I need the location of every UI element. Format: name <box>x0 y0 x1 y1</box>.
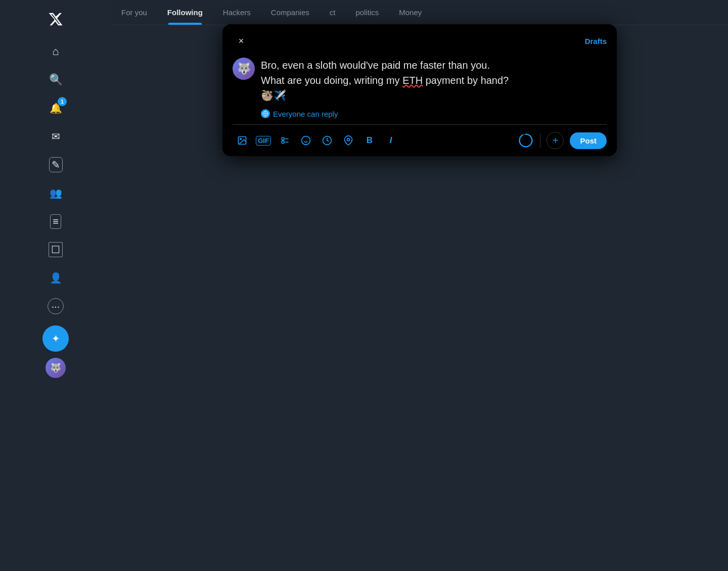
tweet-emojis: 🦥✈️ <box>261 90 286 101</box>
drafts-button[interactable]: Drafts <box>585 37 607 45</box>
close-icon: × <box>239 36 244 46</box>
close-button[interactable]: × <box>233 32 250 50</box>
gif-button[interactable]: GIF <box>254 131 273 150</box>
svg-point-3 <box>282 137 284 140</box>
modal-header: × Drafts <box>222 24 617 54</box>
svg-point-5 <box>282 141 284 144</box>
avatar-image: 🐺 <box>46 358 66 378</box>
tweet-line2-suffix: payment by hand? <box>423 75 509 86</box>
sidebar-item-bookmarks[interactable]: ☐ <box>42 236 69 263</box>
x-logo[interactable] <box>42 6 69 32</box>
toolbar-separator <box>540 133 540 148</box>
compose-button[interactable]: ✦ <box>42 325 69 352</box>
modal-overlay: × Drafts 🐺 Bro, even a sloth would've pa… <box>111 0 728 571</box>
compose-icon: ✦ <box>52 332 60 345</box>
add-thread-button[interactable]: + <box>547 132 564 149</box>
svg-point-2 <box>240 138 242 140</box>
emoji-button[interactable] <box>296 131 315 150</box>
compose-toolbar: GIF <box>222 125 617 156</box>
tweet-text[interactable]: Bro, even a sloth would've paid me faste… <box>261 58 607 103</box>
pencil-icon: ✎ <box>49 157 63 172</box>
svg-point-7 <box>302 136 310 145</box>
people-icon: 👥 <box>50 187 62 199</box>
compose-modal: × Drafts 🐺 Bro, even a sloth would've pa… <box>222 24 617 156</box>
home-icon: ⌂ <box>52 45 59 58</box>
compose-avatar: 🐺 <box>233 58 255 80</box>
character-count-ring <box>518 132 534 149</box>
gif-icon: GIF <box>256 136 271 146</box>
user-avatar[interactable]: 🐺 <box>46 358 66 378</box>
tweet-line1: Bro, even a sloth would've paid me faste… <box>261 60 490 71</box>
sidebar-item-communities[interactable]: 👥 <box>42 180 69 206</box>
post-button[interactable]: Post <box>570 132 607 149</box>
italic-icon: I <box>390 135 392 146</box>
schedule-button[interactable] <box>317 131 337 150</box>
bold-button[interactable]: B <box>360 131 379 150</box>
reply-setting-button[interactable]: Everyone can reply <box>261 109 607 118</box>
compose-content: Bro, even a sloth would've paid me faste… <box>261 58 607 118</box>
sidebar-item-home[interactable]: ⌂ <box>42 38 69 65</box>
globe-icon <box>261 109 270 118</box>
svg-point-11 <box>347 138 350 141</box>
sidebar-item-explore[interactable]: 🔍 <box>42 67 69 93</box>
sidebar: ⌂ 🔍 🔔 1 ✉ ✎ 👥 ≡ ☐ 👤 ··· ✦ 🐺 <box>0 0 111 571</box>
poll-button[interactable] <box>275 131 294 150</box>
svg-point-13 <box>520 134 532 147</box>
main-content: For you Following Hackers Companies ct p… <box>111 0 728 571</box>
list-icon: ≡ <box>50 214 61 229</box>
bold-icon: B <box>367 135 373 146</box>
tweet-eth-word: ETH <box>402 75 423 86</box>
mail-icon: ✉ <box>52 130 60 142</box>
sidebar-item-profile[interactable]: 👤 <box>42 265 69 291</box>
sidebar-item-notifications[interactable]: 🔔 1 <box>42 95 69 121</box>
search-icon: 🔍 <box>49 73 63 86</box>
notification-badge: 1 <box>58 97 67 106</box>
sidebar-item-messages[interactable]: ✉ <box>42 123 69 150</box>
user-icon: 👤 <box>50 272 62 284</box>
image-upload-button[interactable] <box>233 131 252 150</box>
user-avatar-compose: 🐺 <box>233 58 255 80</box>
italic-button[interactable]: I <box>381 131 400 150</box>
more-icon: ··· <box>48 298 64 314</box>
sidebar-item-write[interactable]: ✎ <box>42 152 69 178</box>
sidebar-item-more[interactable]: ··· <box>42 293 69 319</box>
bookmark-icon: ☐ <box>49 242 63 257</box>
compose-body: 🐺 Bro, even a sloth would've paid me fas… <box>222 54 617 124</box>
tweet-line2-prefix: What are you doing, writing my <box>261 75 402 86</box>
reply-setting-label: Everyone can reply <box>273 110 338 118</box>
sidebar-item-lists[interactable]: ≡ <box>42 208 69 234</box>
location-button[interactable] <box>339 131 358 150</box>
plus-icon: + <box>553 135 559 146</box>
